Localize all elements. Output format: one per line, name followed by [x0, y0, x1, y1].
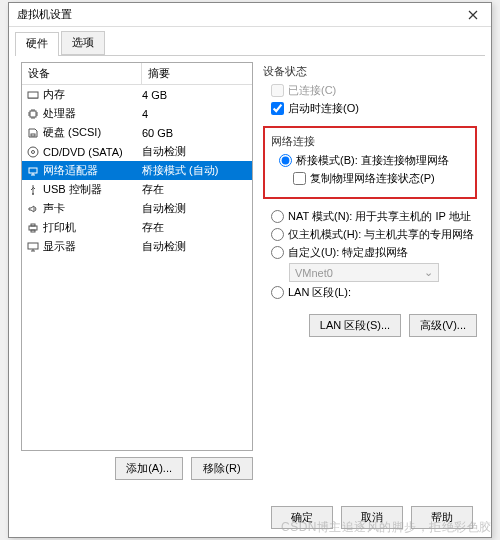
connected-label: 已连接(C) [288, 83, 336, 98]
device-summary: 存在 [142, 220, 248, 235]
svg-rect-1 [30, 111, 36, 117]
help-button[interactable]: 帮助 [411, 506, 473, 529]
device-row[interactable]: 显示器自动检测 [22, 237, 252, 256]
svg-rect-8 [31, 224, 35, 226]
replicate-checkbox-row[interactable]: 复制物理网络连接状态(P) [293, 171, 469, 186]
device-name: 网络适配器 [43, 163, 98, 178]
svg-rect-2 [31, 134, 35, 136]
right-button-row: LAN 区段(S)... 高级(V)... [263, 314, 477, 337]
close-icon [468, 10, 478, 20]
svg-point-4 [32, 150, 35, 153]
list-header: 设备 摘要 [22, 63, 252, 85]
net-icon [26, 165, 40, 177]
bridged-radio-row[interactable]: 桥接模式(B): 直接连接物理网络 [279, 153, 469, 168]
device-status-group: 设备状态 已连接(C) 启动时连接(O) [263, 64, 477, 116]
svg-point-3 [28, 147, 38, 157]
chevron-down-icon: ⌄ [424, 266, 433, 279]
add-button[interactable]: 添加(A)... [115, 457, 183, 480]
device-name: 硬盘 (SCSI) [43, 125, 101, 140]
device-name: 显示器 [43, 239, 76, 254]
usb-icon [26, 184, 40, 196]
custom-radio-row[interactable]: 自定义(U): 特定虚拟网络 [271, 245, 477, 260]
ok-button[interactable]: 确定 [271, 506, 333, 529]
svg-rect-7 [29, 226, 37, 230]
replicate-label: 复制物理网络连接状态(P) [310, 171, 435, 186]
device-row[interactable]: 打印机存在 [22, 218, 252, 237]
device-name: USB 控制器 [43, 182, 102, 197]
titlebar: 虚拟机设置 [9, 3, 491, 27]
connect-on-power-row[interactable]: 启动时连接(O) [271, 101, 477, 116]
svg-rect-9 [31, 230, 35, 232]
svg-rect-10 [28, 243, 38, 249]
cd-icon [26, 146, 40, 158]
network-title: 网络连接 [271, 134, 469, 149]
lan-label: LAN 区段(L): [288, 285, 351, 300]
device-rows: 内存4 GB处理器4硬盘 (SCSI)60 GBCD/DVD (SATA)自动检… [22, 85, 252, 256]
vmnet-value: VMnet0 [295, 267, 333, 279]
device-row[interactable]: 声卡自动检测 [22, 199, 252, 218]
tab-row: 硬件 选项 [15, 31, 485, 56]
device-summary: 存在 [142, 182, 248, 197]
device-summary: 自动检测 [142, 144, 248, 159]
device-name: 声卡 [43, 201, 65, 216]
col-device-header[interactable]: 设备 [22, 63, 142, 84]
device-status-title: 设备状态 [263, 64, 477, 79]
device-name: 处理器 [43, 106, 76, 121]
lan-segments-button[interactable]: LAN 区段(S)... [309, 314, 401, 337]
tab-content: 设备 摘要 内存4 GB处理器4硬盘 (SCSI)60 GBCD/DVD (SA… [15, 56, 485, 486]
custom-label: 自定义(U): 特定虚拟网络 [288, 245, 408, 260]
device-summary: 桥接模式 (自动) [142, 163, 248, 178]
connect-on-power-label: 启动时连接(O) [288, 101, 359, 116]
hostonly-label: 仅主机模式(H): 与主机共享的专用网络 [288, 227, 474, 242]
svg-rect-5 [29, 168, 37, 173]
device-row[interactable]: 内存4 GB [22, 85, 252, 104]
device-summary: 4 GB [142, 89, 248, 101]
dialog-title: 虚拟机设置 [17, 7, 72, 22]
tab-hardware[interactable]: 硬件 [15, 32, 59, 56]
bridged-label: 桥接模式(B): 直接连接物理网络 [296, 153, 449, 168]
right-pane: 设备状态 已连接(C) 启动时连接(O) 网络连接 桥接模式(B): 直接连接物… [259, 62, 479, 480]
device-summary: 4 [142, 108, 248, 120]
cancel-button[interactable]: 取消 [341, 506, 403, 529]
hostonly-radio-row[interactable]: 仅主机模式(H): 与主机共享的专用网络 [271, 227, 477, 242]
lan-radio[interactable] [271, 286, 284, 299]
nat-radio[interactable] [271, 210, 284, 223]
disk-icon [26, 127, 40, 139]
device-summary: 60 GB [142, 127, 248, 139]
cpu-icon [26, 108, 40, 120]
device-summary: 自动检测 [142, 201, 248, 216]
tab-options[interactable]: 选项 [61, 31, 105, 55]
vmnet-select: VMnet0 ⌄ [289, 263, 439, 282]
connected-checkbox [271, 84, 284, 97]
bridged-radio[interactable] [279, 154, 292, 167]
highlighted-network-box: 网络连接 桥接模式(B): 直接连接物理网络 复制物理网络连接状态(P) [263, 126, 477, 199]
device-row[interactable]: 处理器4 [22, 104, 252, 123]
display-icon [26, 241, 40, 253]
nat-radio-row[interactable]: NAT 模式(N): 用于共享主机的 IP 地址 [271, 209, 477, 224]
col-summary-header[interactable]: 摘要 [142, 63, 252, 84]
device-row[interactable]: CD/DVD (SATA)自动检测 [22, 142, 252, 161]
left-button-row: 添加(A)... 移除(R) [21, 457, 253, 480]
svg-point-6 [32, 193, 34, 195]
tabs-container: 硬件 选项 设备 摘要 内存4 GB处理器4硬盘 (SCSI)60 GBCD/D… [9, 27, 491, 486]
nat-label: NAT 模式(N): 用于共享主机的 IP 地址 [288, 209, 471, 224]
hostonly-radio[interactable] [271, 228, 284, 241]
close-button[interactable] [455, 3, 491, 27]
device-row[interactable]: 网络适配器桥接模式 (自动) [22, 161, 252, 180]
device-name: CD/DVD (SATA) [43, 146, 123, 158]
device-row[interactable]: 硬盘 (SCSI)60 GB [22, 123, 252, 142]
lan-radio-row[interactable]: LAN 区段(L): [271, 285, 477, 300]
custom-radio[interactable] [271, 246, 284, 259]
device-summary: 自动检测 [142, 239, 248, 254]
replicate-checkbox[interactable] [293, 172, 306, 185]
advanced-button[interactable]: 高级(V)... [409, 314, 477, 337]
svg-rect-0 [28, 92, 38, 98]
device-list: 设备 摘要 内存4 GB处理器4硬盘 (SCSI)60 GBCD/DVD (SA… [21, 62, 253, 451]
left-pane: 设备 摘要 内存4 GB处理器4硬盘 (SCSI)60 GBCD/DVD (SA… [21, 62, 253, 480]
remove-button[interactable]: 移除(R) [191, 457, 253, 480]
network-options-group: NAT 模式(N): 用于共享主机的 IP 地址 仅主机模式(H): 与主机共享… [263, 209, 477, 300]
printer-icon [26, 222, 40, 234]
device-row[interactable]: USB 控制器存在 [22, 180, 252, 199]
connect-on-power-checkbox[interactable] [271, 102, 284, 115]
dialog-footer: 确定 取消 帮助 [271, 506, 473, 529]
